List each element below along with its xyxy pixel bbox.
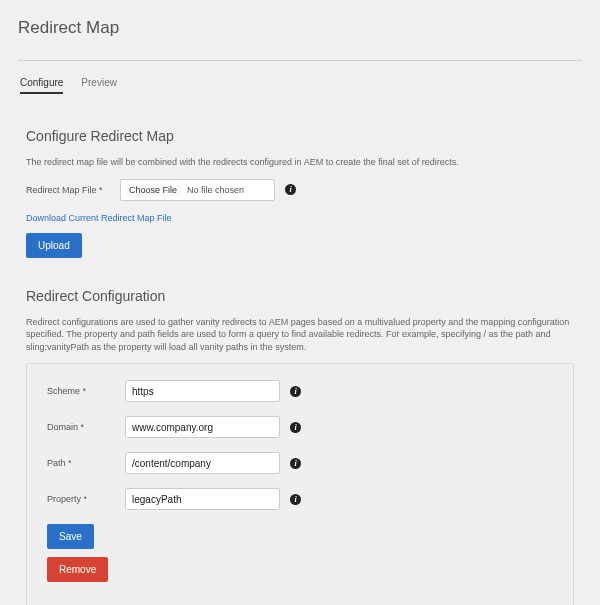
file-row: Redirect Map File * Choose File No file …: [26, 179, 574, 201]
scheme-input[interactable]: [125, 380, 280, 402]
info-icon[interactable]: i: [290, 422, 301, 433]
info-icon[interactable]: i: [290, 494, 301, 505]
section-title-redirect-config: Redirect Configuration: [26, 288, 574, 304]
save-button[interactable]: Save: [47, 524, 94, 549]
domain-label: Domain *: [47, 422, 119, 432]
property-label: Property *: [47, 494, 119, 504]
info-icon[interactable]: i: [290, 386, 301, 397]
file-status: No file chosen: [187, 185, 244, 195]
scheme-label: Scheme *: [47, 386, 119, 396]
tab-bar: Configure Preview: [18, 77, 582, 94]
redirect-config-help: Redirect configurations are used to gath…: [26, 316, 574, 354]
property-input[interactable]: [125, 488, 280, 510]
path-row: Path * i: [47, 452, 557, 474]
configure-map-help: The redirect map file will be combined w…: [26, 156, 574, 169]
divider: [18, 60, 582, 61]
property-row: Property * i: [47, 488, 557, 510]
info-icon[interactable]: i: [285, 184, 296, 195]
domain-row: Domain * i: [47, 416, 557, 438]
tab-preview[interactable]: Preview: [81, 77, 117, 94]
tab-configure[interactable]: Configure: [20, 77, 63, 94]
section-title-configure-map: Configure Redirect Map: [26, 128, 574, 144]
redirect-config-panel: Scheme * i Domain * i Path * i Property …: [26, 363, 574, 605]
domain-input[interactable]: [125, 416, 280, 438]
scheme-row: Scheme * i: [47, 380, 557, 402]
choose-file-button[interactable]: Choose File: [125, 183, 181, 197]
path-label: Path *: [47, 458, 119, 468]
info-icon[interactable]: i: [290, 458, 301, 469]
page-container: Redirect Map Configure Preview Configure…: [0, 0, 600, 605]
remove-button[interactable]: Remove: [47, 557, 108, 582]
file-input[interactable]: Choose File No file chosen: [120, 179, 275, 201]
upload-button[interactable]: Upload: [26, 233, 82, 258]
configure-panel: Configure Redirect Map The redirect map …: [18, 112, 582, 605]
file-label: Redirect Map File *: [26, 185, 114, 195]
page-title: Redirect Map: [18, 18, 582, 38]
download-link[interactable]: Download Current Redirect Map File: [26, 213, 172, 223]
path-input[interactable]: [125, 452, 280, 474]
